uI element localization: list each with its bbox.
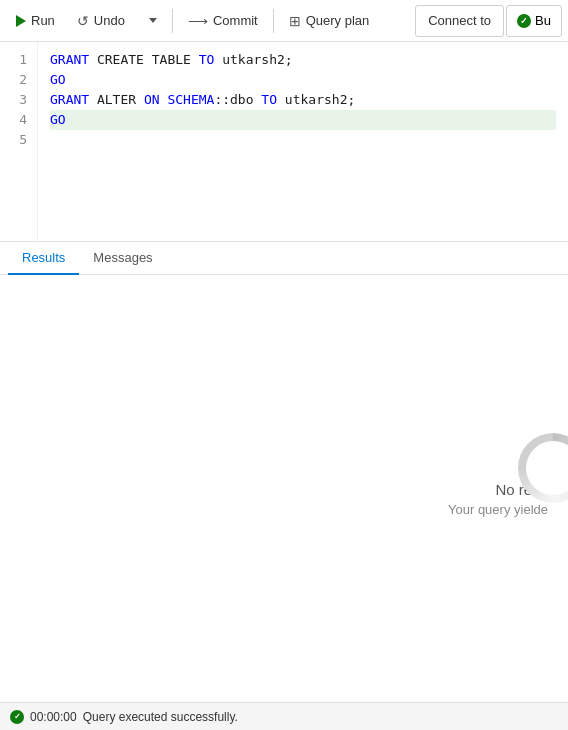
commit-button[interactable]: ⟶ Commit: [178, 5, 268, 37]
line-number-2: 2: [12, 70, 27, 90]
query-plan-icon: ⊞: [289, 13, 301, 29]
run-icon: [16, 15, 26, 27]
connection-status: Bu: [506, 5, 562, 37]
code-editor[interactable]: GRANT CREATE TABLE TO utkarsh2; GO GRANT…: [38, 42, 568, 241]
line-number-1: 1: [12, 50, 27, 70]
tab-messages[interactable]: Messages: [79, 242, 166, 275]
connected-label: Bu: [535, 13, 551, 28]
connect-to-button[interactable]: Connect to: [415, 5, 504, 37]
no-results-subtitle: Your query yielde: [448, 502, 548, 517]
results-content: No resu Your query yielde: [0, 275, 568, 702]
query-plan-label: Query plan: [306, 13, 370, 28]
tab-results[interactable]: Results: [8, 242, 79, 275]
toolbar: Run ↺ Undo ⟶ Commit ⊞ Query plan Connect…: [0, 0, 568, 42]
status-message: Query executed successfully.: [83, 710, 238, 724]
status-time: 00:00:00: [30, 710, 77, 724]
line-number-4: 4: [12, 110, 27, 130]
commit-label: Commit: [213, 13, 258, 28]
line-number-3: 3: [12, 90, 27, 110]
connected-icon: [517, 14, 531, 28]
line-numbers: 1 2 3 4 5: [0, 42, 38, 241]
separator-1: [172, 9, 173, 33]
spinner-inner: [526, 441, 568, 495]
code-line-3: GRANT ALTER ON SCHEMA::dbo TO utkarsh2;: [50, 90, 556, 110]
query-plan-button[interactable]: ⊞ Query plan: [279, 5, 380, 37]
chevron-down-icon: [149, 18, 157, 23]
code-line-1: GRANT CREATE TABLE TO utkarsh2;: [50, 50, 556, 70]
code-line-2: GO: [50, 70, 556, 90]
commit-icon: ⟶: [188, 13, 208, 29]
code-line-4: GO: [50, 110, 556, 130]
editor-area: 1 2 3 4 5 GRANT CREATE TABLE TO utkarsh2…: [0, 42, 568, 242]
status-bar: 00:00:00 Query executed successfully.: [0, 702, 568, 730]
undo-button[interactable]: ↺ Undo: [67, 5, 135, 37]
undo-label: Undo: [94, 13, 125, 28]
run-button[interactable]: Run: [6, 5, 65, 37]
results-tabs-bar: Results Messages: [0, 242, 568, 275]
line-number-5: 5: [12, 130, 27, 150]
status-success-icon: [10, 710, 24, 724]
undo-icon: ↺: [77, 13, 89, 29]
code-line-5: [50, 130, 556, 150]
loading-spinner: [518, 433, 568, 503]
spinner-outer: [518, 433, 568, 503]
connect-to-label: Connect to: [428, 13, 491, 28]
dropdown-arrow-button[interactable]: [137, 5, 167, 37]
run-label: Run: [31, 13, 55, 28]
separator-2: [273, 9, 274, 33]
